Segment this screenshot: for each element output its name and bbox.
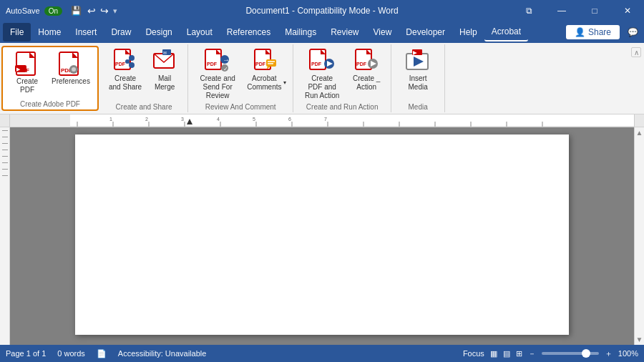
margin-marker bbox=[2, 169, 8, 170]
create-and-share-button[interactable]: PDF Createand Share bbox=[106, 47, 145, 93]
svg-text:PDF: PDF bbox=[255, 62, 266, 67]
ribbon-group-review: PDF → ✓ Create andSend For Review bbox=[188, 44, 293, 112]
autosave-toggle[interactable]: On bbox=[44, 6, 62, 16]
toolbar-dropdown-icon[interactable]: ▾ bbox=[113, 6, 117, 16]
margin-marker bbox=[2, 162, 8, 163]
share-button[interactable]: 👤 Share bbox=[566, 25, 620, 39]
menubar-right: 👤 Share 💬 bbox=[566, 24, 641, 41]
mail-merge-button[interactable]: ✉ MailMerge bbox=[147, 47, 182, 93]
menu-item-insert[interactable]: Insert bbox=[68, 23, 104, 41]
svg-text:5: 5 bbox=[253, 117, 255, 122]
menu-item-design[interactable]: Design bbox=[138, 23, 179, 41]
layout-icon-1[interactable]: ▦ bbox=[490, 349, 497, 358]
page-container[interactable] bbox=[10, 127, 634, 345]
insert-media-label: InsertMedia bbox=[409, 74, 428, 92]
svg-text:PDF: PDF bbox=[115, 62, 126, 67]
zoom-level[interactable]: 100% bbox=[618, 349, 638, 358]
ribbon-collapse-button[interactable]: ∧ bbox=[631, 47, 641, 57]
svg-text:PDF: PDF bbox=[207, 62, 218, 67]
menu-item-mailings[interactable]: Mailings bbox=[278, 23, 323, 41]
insert-media-button[interactable]: ▶ InsertMedia bbox=[397, 47, 439, 93]
svg-text:6: 6 bbox=[288, 117, 291, 122]
create-pdf-run-action-button[interactable]: PDF Create PDF andRun Action bbox=[299, 47, 345, 102]
minimize-button[interactable]: — bbox=[545, 0, 578, 21]
ribbon-buttons-media: ▶ InsertMedia bbox=[397, 47, 439, 102]
group-review-label: Review And Comment bbox=[205, 102, 276, 111]
create-send-review-label: Create andSend For Review bbox=[199, 74, 236, 100]
acrobat-comments-icon: PDF bbox=[253, 49, 278, 74]
menu-item-home[interactable]: Home bbox=[31, 23, 68, 41]
left-margin bbox=[0, 127, 10, 345]
menu-item-view[interactable]: View bbox=[366, 23, 399, 41]
acrobat-comments-button[interactable]: PDF AcrobatComments ▾ bbox=[244, 47, 287, 93]
preferences-button[interactable]: PDF Preferences bbox=[49, 50, 92, 87]
scroll-down[interactable]: ▼ bbox=[636, 336, 643, 343]
share-label: Share bbox=[588, 27, 611, 37]
redo-icon[interactable]: ↪ bbox=[100, 5, 109, 16]
scroll-up[interactable]: ▲ bbox=[636, 129, 643, 137]
document-page bbox=[75, 134, 569, 335]
comment-icon[interactable]: 💬 bbox=[624, 24, 641, 41]
page-info: Page 1 of 1 bbox=[6, 349, 46, 358]
create-send-review-button[interactable]: PDF → ✓ Create andSend For Review bbox=[194, 47, 241, 102]
menu-item-file[interactable]: File bbox=[3, 23, 31, 41]
menu-item-layout[interactable]: Layout bbox=[180, 23, 220, 41]
margin-marker bbox=[2, 137, 8, 137]
spelling-check-icon[interactable]: 📄 bbox=[97, 349, 107, 358]
ruler: 1 2 3 4 5 6 7 bbox=[0, 114, 644, 127]
statusbar: Page 1 of 1 0 words 📄 Accessibility: Una… bbox=[0, 345, 644, 362]
titlebar-left: AutoSave On 💾 ↩ ↪ ▾ bbox=[0, 5, 259, 16]
statusbar-right: Focus ▦ ▤ ⊞ － ＋ 100% bbox=[463, 348, 638, 359]
svg-text:2: 2 bbox=[145, 117, 148, 122]
focus-button[interactable]: Focus bbox=[463, 349, 484, 358]
layout-icon-2[interactable]: ▤ bbox=[503, 349, 510, 358]
zoom-thumb[interactable] bbox=[582, 349, 590, 358]
create-pdf-run-action-label: Create PDF andRun Action bbox=[303, 74, 341, 100]
mail-merge-icon: ✉ bbox=[152, 49, 177, 74]
create-pdf-run-action-icon: PDF bbox=[309, 49, 335, 74]
svg-text:4: 4 bbox=[217, 117, 220, 122]
ribbon-group-run-action: PDF Create PDF andRun Action PDF bbox=[293, 44, 391, 112]
accessibility-status[interactable]: Accessibility: Unavailable bbox=[118, 349, 207, 358]
margin-marker bbox=[2, 175, 8, 176]
create-pdf-icon: PDF ▶ bbox=[14, 52, 40, 77]
margin-marker bbox=[2, 130, 8, 131]
zoom-slider[interactable] bbox=[542, 352, 599, 355]
window-icon-btn[interactable]: ⧉ bbox=[512, 0, 545, 21]
menu-item-review[interactable]: Review bbox=[323, 23, 366, 41]
menu-item-acrobat[interactable]: Acrobat bbox=[484, 23, 528, 41]
group-create-adobe-label: Create Adobe PDF bbox=[20, 99, 80, 108]
preferences-label: Preferences bbox=[52, 77, 89, 86]
menu-item-draw[interactable]: Draw bbox=[104, 23, 138, 41]
create-and-share-icon: PDF bbox=[112, 49, 138, 74]
svg-text:✉: ✉ bbox=[163, 51, 167, 55]
menu-item-help[interactable]: Help bbox=[452, 23, 484, 41]
create-action-label: Create _Action bbox=[353, 74, 380, 92]
margin-marker bbox=[2, 156, 8, 157]
create-action-icon: PDF bbox=[353, 49, 379, 74]
mail-merge-label: MailMerge bbox=[155, 74, 175, 92]
zoom-plus[interactable]: ＋ bbox=[605, 348, 613, 359]
scrollbar-right[interactable]: ▲ ▼ bbox=[634, 127, 644, 345]
ribbon-buttons-run-action: PDF Create PDF andRun Action PDF bbox=[299, 47, 385, 102]
menu-item-references[interactable]: References bbox=[220, 23, 278, 41]
svg-text:PDF: PDF bbox=[356, 62, 367, 67]
autosave-label: AutoSave bbox=[6, 6, 40, 15]
group-run-action-label: Create and Run Action bbox=[306, 102, 379, 111]
create-action-button[interactable]: PDF Create _Action bbox=[348, 47, 385, 93]
maximize-button[interactable]: □ bbox=[578, 0, 611, 21]
create-pdf-button[interactable]: PDF ▶ CreatePDF bbox=[9, 50, 46, 96]
margin-marker bbox=[2, 143, 8, 144]
app-window: AutoSave On 💾 ↩ ↪ ▾ Document1 - Compatib… bbox=[0, 0, 644, 362]
undo-icon[interactable]: ↩ bbox=[87, 5, 96, 16]
zoom-minus[interactable]: － bbox=[528, 348, 536, 359]
close-button[interactable]: ✕ bbox=[611, 0, 644, 21]
menu-item-developer[interactable]: Developer bbox=[399, 23, 452, 41]
layout-icon-3[interactable]: ⊞ bbox=[516, 349, 522, 358]
group-create-share-label: Create and Share bbox=[116, 102, 172, 111]
create-send-review-icon: PDF → ✓ bbox=[205, 49, 230, 74]
svg-marker-71 bbox=[187, 119, 192, 124]
save-icon[interactable]: 💾 bbox=[71, 6, 82, 16]
create-pdf-label: CreatePDF bbox=[16, 77, 38, 94]
acrobat-comments-dropdown[interactable]: ▾ bbox=[283, 79, 286, 87]
